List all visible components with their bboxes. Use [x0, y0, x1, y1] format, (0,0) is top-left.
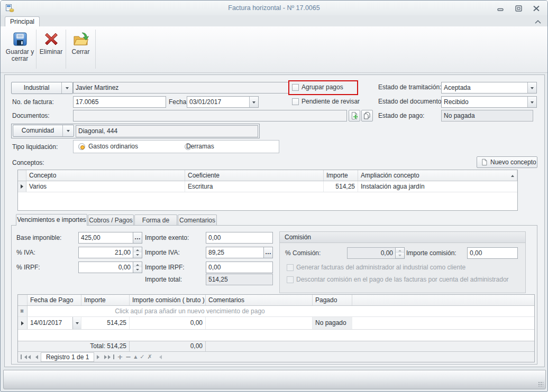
ellipsis-button[interactable]: … — [264, 247, 273, 258]
nav-last-button[interactable] — [104, 354, 114, 359]
tipo-liquidacion-label: Tipo liquidación: — [12, 141, 58, 153]
nav-prev-button[interactable] — [33, 355, 38, 359]
spinner-buttons[interactable] — [133, 262, 142, 273]
cell-importe[interactable]: 514,25 — [324, 181, 358, 192]
conceptos-grid: Concepto Coeficiente Importe Ampliación … — [17, 170, 518, 211]
close-form-label: Cerrar — [67, 49, 95, 55]
copy-document-button[interactable] — [361, 110, 373, 122]
cell-coeficiente[interactable]: Escritura — [185, 181, 324, 192]
importe-iva-editor[interactable]: 89,25 … — [206, 247, 273, 258]
chevron-down-icon[interactable] — [249, 97, 258, 107]
estado-tramitacion-select[interactable]: Aceptada — [441, 82, 537, 94]
importe-iva-field[interactable]: 89,25 — [206, 247, 264, 258]
chevron-down-icon[interactable] — [72, 317, 81, 329]
spinner-buttons[interactable] — [133, 247, 142, 258]
nav-endedit-button[interactable]: ✓ — [140, 354, 144, 360]
minimize-button[interactable] — [497, 5, 505, 12]
importe-exento-field[interactable]: 0,00 — [206, 232, 273, 244]
gastos-ordinarios-label: Gastos ordinarios — [88, 141, 138, 152]
nav-cancel-button[interactable]: ✗ — [148, 354, 152, 360]
col-fecha-pago[interactable]: Fecha de Pago — [28, 295, 81, 305]
nav-scroll-left[interactable] — [157, 355, 162, 359]
estado-documento-label: Estado del documento: — [378, 96, 443, 107]
copy-icon — [363, 111, 371, 120]
base-imponible-field[interactable]: 425,00 — [78, 232, 133, 244]
ribbon-tab-principal[interactable]: Principal — [5, 16, 40, 27]
irpf-pct-editor[interactable]: 0,00 — [78, 262, 142, 273]
payment-comentarios-cell[interactable] — [206, 317, 313, 329]
nav-next-button[interactable] — [97, 355, 102, 359]
chevron-down-icon[interactable] — [61, 82, 72, 94]
payment-comision-cell[interactable]: 0,00 — [130, 317, 206, 329]
chevron-down-icon[interactable] — [62, 125, 74, 136]
base-imponible-editor[interactable]: 425,00 … — [78, 232, 142, 244]
col-pagado[interactable]: Pagado — [313, 295, 352, 305]
iva-pct-editor[interactable]: 21,00 — [78, 247, 142, 258]
importe-irpf-field[interactable]: 0,00 — [206, 262, 273, 273]
new-row-hint[interactable]: Click aquí para añadir un nuevo vencimie… — [28, 306, 352, 316]
cell-ampliacion[interactable]: Instalación agua jardín — [358, 181, 517, 192]
tab-forma-pago[interactable]: Forma de pago — [134, 214, 177, 226]
date-picker[interactable]: 03/01/2017 — [187, 96, 259, 108]
provider-name-field[interactable]: Javier Martinez — [73, 82, 289, 94]
nav-edit-button[interactable]: ▲ — [134, 354, 137, 360]
importe-total-field: 514,25 — [206, 274, 273, 285]
comision-importe-field[interactable]: 0,00 — [467, 247, 518, 259]
ellipsis-button[interactable]: … — [133, 232, 142, 244]
descontar-comision-checkbox — [287, 276, 294, 283]
payment-importe-cell[interactable]: 514,25 — [81, 317, 130, 329]
current-row-indicator — [18, 181, 26, 192]
save-and-close-button[interactable]: Guardar y cerrar — [5, 29, 35, 70]
irpf-pct-label: % IRPF: — [16, 262, 40, 273]
tab-vencimientos[interactable]: Vencimientos e importes — [16, 214, 87, 226]
tab-comentarios[interactable]: Comentarios — [178, 214, 217, 226]
delete-label: Eliminar — [37, 49, 65, 55]
provider-type-dropdown[interactable]: Industrial — [11, 82, 73, 94]
col-importe[interactable]: Importe — [324, 170, 358, 181]
col-coeficiente[interactable]: Coeficiente — [185, 170, 324, 181]
iva-pct-field[interactable]: 21,00 — [78, 247, 133, 258]
close-button[interactable] — [532, 5, 541, 12]
col-concepto[interactable]: Concepto — [26, 170, 185, 181]
comision-title: Comisión — [280, 232, 525, 243]
add-document-button[interactable] — [349, 110, 360, 122]
close-form-button[interactable]: Cerrar — [67, 29, 95, 70]
pendiente-revisar-checkbox[interactable] — [292, 98, 299, 105]
invoice-no-field[interactable]: 17.0065 — [73, 96, 166, 108]
restore-button[interactable] — [515, 5, 523, 12]
comision-pct-label: % Comisión: — [285, 247, 321, 259]
col-comentarios[interactable]: Comentarios — [206, 295, 313, 305]
irpf-pct-field[interactable]: 0,00 — [78, 262, 133, 273]
grid-empty-area — [18, 330, 534, 341]
community-type-dropdown[interactable]: Comunidad — [13, 125, 74, 137]
cell-concepto[interactable]: Varios — [26, 181, 185, 192]
agrupar-pagos-label: Agrupar pagos — [302, 81, 343, 93]
nav-first-button[interactable] — [21, 354, 31, 359]
collapse-ribbon-icon[interactable] — [534, 19, 542, 25]
comision-pct-editor: 0,00 — [347, 247, 405, 259]
conceptos-row[interactable]: Varios Escritura 514,25 Instalación agua… — [18, 181, 517, 192]
documents-field[interactable] — [73, 110, 347, 122]
new-payment-row[interactable]: Click aquí para añadir un nuevo vencimie… — [18, 306, 534, 317]
generar-facturas-label: Generar facturas del administrador al in… — [296, 262, 465, 273]
community-name-field[interactable]: Diagonal, 444 — [76, 125, 258, 137]
nav-delete-button[interactable]: − — [125, 354, 131, 360]
gastos-ordinarios-radio[interactable] — [78, 143, 85, 150]
payment-pagado-cell[interactable]: No pagado — [313, 317, 352, 329]
chevron-down-icon[interactable] — [527, 82, 536, 93]
delete-button[interactable]: Eliminar — [37, 29, 65, 70]
payment-date-cell[interactable]: 14/01/2017 — [28, 317, 81, 329]
col-importe[interactable]: Importe — [81, 295, 130, 305]
chevron-down-icon[interactable] — [527, 97, 536, 107]
payment-row[interactable]: 14/01/2017 514,25 0,00 No pagado — [18, 317, 534, 330]
new-concept-button[interactable]: Nuevo concepto — [477, 156, 537, 168]
window-title: Factura horizontal - Nº 17.0065 — [1, 4, 547, 12]
agrupar-pagos-checkbox[interactable] — [292, 84, 299, 91]
col-importe-comision[interactable]: Importe comisión ( bruto ) — [130, 295, 206, 305]
col-ampliacion[interactable]: Ampliación concepto — [358, 170, 517, 181]
estado-documento-select[interactable]: Recibido — [441, 96, 537, 108]
resize-grip[interactable] — [538, 381, 543, 387]
pagos-header-row: Fecha de Pago Importe Importe comisión (… — [18, 295, 534, 306]
nav-append-button[interactable]: + — [117, 354, 123, 360]
tab-cobros-pagos[interactable]: Cobros / Pagos — [88, 214, 134, 226]
